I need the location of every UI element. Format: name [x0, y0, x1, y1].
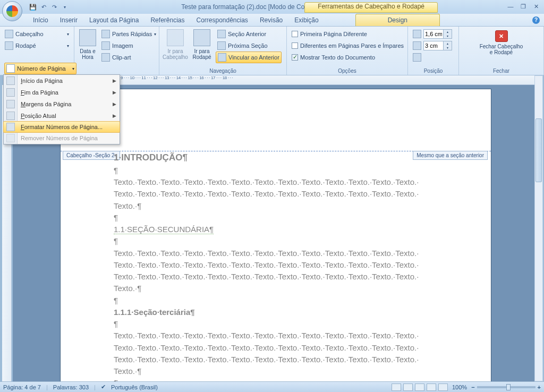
help-icon[interactable]: ?	[532, 16, 540, 24]
header-section-tab: Cabeçalho -Seção 2-	[63, 151, 120, 160]
status-language[interactable]: Português (Brasil)	[111, 384, 158, 390]
header-top-spinner[interactable]: ▴▾	[411, 28, 455, 40]
body-text: Texto.·Texto.·Texto.·Texto.·Texto.·Texto…	[114, 330, 454, 341]
cabecalho-button[interactable]: Cabeçalho▾	[3, 28, 71, 40]
zoom-in-button[interactable]: +	[538, 384, 541, 390]
current-position-icon	[6, 112, 15, 120]
zoom-slider[interactable]	[477, 386, 536, 388]
body-text: Texto.·¶	[114, 201, 454, 211]
ribbon: Cabeçalho▾ Rodapé▾ Número de Página Data…	[0, 27, 544, 75]
prev-section-icon	[217, 30, 226, 38]
menu-inicio-pagina[interactable]: Início da Página▶	[4, 75, 120, 87]
pilcrow-line: ¶	[114, 165, 454, 176]
insert-tab-button[interactable]	[411, 52, 455, 63]
mostrar-texto-checkbox[interactable]: ✓Mostrar Texto do Documento	[290, 52, 404, 63]
view-full-screen-button[interactable]	[403, 384, 413, 391]
view-draft-button[interactable]	[438, 384, 448, 391]
header-top-input[interactable]	[424, 30, 443, 38]
clipart-icon	[101, 53, 110, 62]
document-page[interactable]: Cabeçalho -Seção 2- Mesmo que a seção an…	[61, 89, 491, 381]
heading-3: 1.1.1·Seção·terciária¶	[114, 307, 454, 318]
checkbox-icon	[292, 31, 298, 37]
zoom-out-button[interactable]: −	[471, 384, 474, 390]
view-print-layout-button[interactable]	[392, 384, 401, 391]
status-zoom[interactable]: 100%	[452, 384, 467, 390]
vertical-scrollbar[interactable]	[534, 75, 543, 381]
footer-bottom-input[interactable]	[424, 41, 443, 50]
body-text: Texto.·¶	[114, 366, 454, 377]
tab-correspondencias[interactable]: Correspondências	[191, 14, 253, 26]
heading-1: 1·INTRODUÇÃO¶	[114, 152, 454, 164]
fechar-cabecalho-button[interactable]: Fechar Cabeçalho e Rodapé	[480, 44, 523, 55]
menu-posicao-atual[interactable]: Posição Atual▶	[4, 110, 120, 122]
checkbox-icon	[292, 42, 298, 49]
footer-bottom-spinner[interactable]: ▴▾	[411, 40, 455, 52]
menu-fim-pagina[interactable]: Fim da Página▶	[4, 87, 120, 98]
data-hora-button[interactable]: Data e Hora	[78, 28, 98, 63]
partes-rapidas-button[interactable]: Partes Rápidas▾	[100, 28, 158, 40]
heading-2: 1.1·SEÇÃO·SECUNDÁRIA¶	[114, 225, 214, 234]
tab-exibicao[interactable]: Exibição	[289, 14, 324, 26]
quick-access-toolbar: 💾 ↶ ↷ ▾	[29, 3, 69, 11]
pilcrow-line: ¶	[114, 212, 454, 223]
menu-margens-pagina[interactable]: Margens da Página▶	[4, 98, 120, 110]
office-button[interactable]	[2, 1, 22, 21]
numero-pagina-menu: Início da Página▶ Fim da Página▶ Margens…	[3, 74, 120, 144]
tab-align-icon	[413, 53, 421, 62]
ribbon-tabs: Início Inserir Layout da Página Referênc…	[0, 14, 544, 27]
tab-inicio[interactable]: Início	[28, 14, 54, 26]
tab-revisao[interactable]: Revisão	[254, 14, 288, 26]
document-content[interactable]: 1·INTRODUÇÃO¶ ¶ Texto.·Texto.·Texto.·Tex…	[114, 152, 454, 381]
status-page[interactable]: Página: 4 de 7	[3, 384, 41, 390]
ir-cabecalho-button[interactable]: Ir para Cabeçalho	[163, 28, 188, 63]
qat-dropdown-icon[interactable]: ▾	[61, 3, 69, 11]
scrollbar-thumb[interactable]	[536, 118, 542, 182]
zoom-slider-thumb[interactable]	[506, 384, 511, 390]
secao-anterior-button[interactable]: Seção Anterior	[216, 28, 282, 40]
footer-icon	[5, 41, 13, 50]
minimize-button[interactable]: —	[505, 3, 516, 11]
group-navegacao-label: Navegação	[159, 68, 286, 74]
document-title: Teste para formatação (2).doc [Modo de C…	[69, 3, 505, 11]
undo-icon[interactable]: ↶	[39, 3, 48, 11]
menu-formatar-numeros[interactable]: Formatar Números de Página...	[3, 121, 120, 133]
pilcrow-line: ¶	[114, 236, 454, 246]
close-button[interactable]: ✕	[530, 3, 542, 11]
tab-layout[interactable]: Layout da Página	[84, 14, 144, 26]
body-text: Texto.·Texto.·Texto.·Texto.·Texto.·Texto…	[114, 343, 454, 353]
bottom-of-page-icon	[6, 88, 15, 97]
view-outline-button[interactable]	[427, 384, 436, 391]
tab-design[interactable]: Design	[355, 14, 440, 26]
view-web-layout-button[interactable]	[415, 384, 424, 391]
ir-rodape-button[interactable]: Ir para Rodapé	[189, 28, 215, 63]
calendar-icon	[79, 29, 96, 46]
close-hf-icon[interactable]: ✕	[495, 30, 508, 42]
proofing-icon[interactable]: ✔	[101, 384, 106, 390]
redo-icon[interactable]: ↷	[50, 3, 58, 11]
top-of-page-icon	[6, 76, 15, 85]
imagem-button[interactable]: Imagem	[100, 40, 158, 52]
format-page-numbers-icon	[6, 123, 15, 131]
remove-page-numbers-icon	[6, 134, 15, 142]
tab-inserir[interactable]: Inserir	[55, 14, 83, 26]
contextual-tab-title: Ferramentas de Cabeçalho e Rodapé	[304, 2, 438, 13]
link-previous-icon	[218, 53, 226, 62]
proxima-secao-button[interactable]: Próxima Seção	[216, 40, 282, 52]
picture-icon	[101, 41, 110, 50]
clipart-button[interactable]: Clip-art	[100, 52, 158, 63]
numero-pagina-button[interactable]: Número de Página ▾	[4, 63, 76, 74]
goto-header-icon	[167, 29, 184, 46]
title-bar: 💾 ↶ ↷ ▾ Teste para formatação (2).doc [M…	[0, 0, 544, 14]
status-words[interactable]: Palavras: 303	[53, 384, 89, 390]
vincular-anterior-button[interactable]: Vincular ao Anterior	[216, 52, 282, 63]
restore-button[interactable]: ❐	[517, 3, 529, 11]
pares-impares-checkbox[interactable]: Diferentes em Páginas Pares e Ímpares	[290, 40, 404, 52]
checkbox-checked-icon: ✓	[292, 54, 298, 61]
primeira-diferente-checkbox[interactable]: Primeira Página Diferente	[290, 28, 404, 40]
rodape-button[interactable]: Rodapé▾	[3, 40, 71, 52]
body-text: Texto.·Texto.·Texto.·Texto.·Texto.·Texto…	[114, 189, 454, 199]
tab-referencias[interactable]: Referências	[145, 14, 190, 26]
save-icon[interactable]: 💾	[29, 3, 37, 11]
body-text: Texto.·Texto.·Texto.·Texto.·Texto.·Texto…	[114, 260, 454, 270]
header-top-icon	[413, 30, 421, 38]
